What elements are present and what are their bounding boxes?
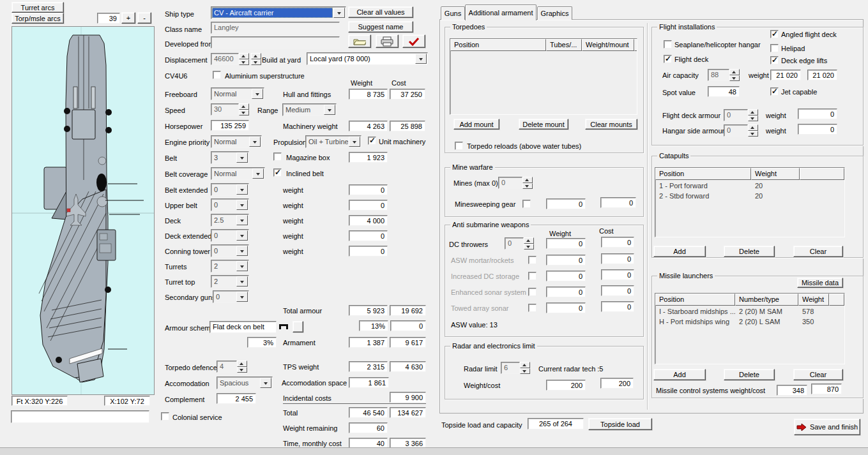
freeboard-dropdown[interactable]: Normal (211, 87, 264, 100)
chevron-down-icon[interactable] (252, 89, 263, 99)
missiles-col-position[interactable]: Position (655, 294, 735, 306)
zoom-level-field[interactable]: 39 (97, 13, 120, 24)
torpedo-reloads-checkbox[interactable] (455, 142, 463, 150)
accomodation-dropdown[interactable]: Spacious (217, 377, 273, 389)
missile-row[interactable]: H - Port midships wing 2 (20) L SAM 350 (655, 316, 844, 326)
speed-input[interactable]: 30 (211, 103, 239, 116)
upper-belt-dropdown[interactable]: 0 (211, 198, 249, 211)
catapults-delete-button[interactable]: Delete (724, 246, 775, 257)
clear-all-values-button[interactable]: Clear all values (348, 6, 413, 18)
belt-extended-dropdown[interactable]: 0 (211, 183, 249, 196)
engine-priority-dropdown[interactable]: Normal (211, 135, 262, 148)
missiles-delete-button[interactable]: Delete (724, 369, 775, 380)
magazine-box-checkbox[interactable] (273, 153, 282, 161)
chevron-down-icon[interactable] (252, 168, 264, 179)
enhanced-sonar-checkbox[interactable] (528, 288, 537, 296)
angled-flight-deck-checkbox[interactable] (770, 30, 779, 38)
torpedoes-col-position[interactable]: Position (450, 39, 546, 51)
torpedoes-col-tubes[interactable]: Tubes/... (546, 39, 582, 51)
chevron-down-icon[interactable] (333, 8, 345, 18)
torp-msle-arcs-button[interactable]: Torp/msle arcs (11, 13, 64, 24)
armour-scheme-field[interactable]: Flat deck on belt (209, 321, 277, 333)
seaplane-hangar-checkbox[interactable] (664, 40, 672, 48)
helipad-checkbox[interactable] (770, 44, 779, 52)
developed-from-input[interactable] (211, 36, 340, 48)
mines-input[interactable]: 0 (498, 177, 522, 189)
displacement-spinner-fine[interactable] (239, 53, 249, 65)
flight-deck-armour-input[interactable]: 0 (724, 109, 748, 121)
missile-row[interactable]: I - Starboard midships ... 2 (20) M SAM … (655, 306, 844, 316)
delete-mount-button[interactable]: Delete mount (519, 119, 568, 130)
chevron-down-icon[interactable] (236, 292, 248, 302)
flight-deck-checkbox[interactable] (664, 55, 672, 63)
load-design-button[interactable] (348, 34, 371, 48)
torpedoes-col-weight[interactable]: Weight/mount (582, 39, 634, 51)
chevron-down-icon[interactable] (236, 276, 248, 287)
belt-dropdown[interactable]: 3 (211, 151, 249, 164)
missile-data-button[interactable]: Missile data (797, 278, 843, 288)
missiles-col-weight[interactable]: Weight (798, 294, 829, 306)
turret-arcs-button[interactable]: Turret arcs (11, 2, 64, 13)
air-capacity-input[interactable]: 88 (708, 69, 729, 81)
ship-drawing-canvas[interactable] (11, 26, 155, 395)
build-at-yard-dropdown[interactable]: Local yard (78 000) (307, 52, 428, 65)
add-mount-button[interactable]: Add mount (453, 119, 499, 130)
chevron-down-icon[interactable] (260, 378, 271, 388)
class-name-input[interactable]: Langley (211, 22, 340, 34)
chevron-down-icon[interactable] (236, 215, 248, 225)
unit-machinery-checkbox[interactable] (368, 137, 376, 145)
catapults-clear-button[interactable]: Clear (793, 246, 843, 257)
chevron-down-icon[interactable] (249, 137, 261, 147)
hangar-side-armour-spinner[interactable] (748, 124, 758, 137)
deck-edge-lifts-checkbox[interactable] (770, 56, 779, 64)
flight-deck-armour-spinner[interactable] (748, 109, 758, 121)
catapult-row[interactable]: 1 - Port forward 20 (655, 180, 844, 190)
towed-array-checkbox[interactable] (528, 304, 537, 312)
chevron-down-icon[interactable] (324, 105, 335, 115)
chevron-down-icon[interactable] (236, 184, 248, 195)
suggest-name-button[interactable]: Suggest name (348, 21, 413, 33)
missiles-col-type[interactable]: Number/type (735, 294, 798, 306)
chevron-down-icon[interactable] (349, 137, 360, 147)
displacement-input[interactable]: 46600 (211, 53, 239, 65)
missiles-clear-button[interactable]: Clear (793, 369, 843, 380)
clear-mounts-button[interactable]: Clear mounts (585, 119, 637, 130)
deck-extended-dropdown[interactable]: 0 (211, 229, 249, 242)
secondary-guns-dropdown[interactable]: 0 (213, 290, 249, 303)
dc-throwers-spinner[interactable] (524, 237, 534, 250)
torpedo-defence-input[interactable]: 4 (217, 361, 237, 373)
propulsion-dropdown[interactable]: Oil + Turbine (305, 135, 362, 148)
minesweeping-gear-checkbox[interactable] (522, 200, 531, 208)
catapults-col-position[interactable]: Position (655, 168, 751, 180)
inclined-belt-checkbox[interactable] (273, 168, 282, 177)
torpedoes-table[interactable]: Position Tubes/... Weight/mount (450, 38, 637, 115)
belt-coverage-dropdown[interactable]: Normal (211, 167, 265, 180)
ship-type-dropdown[interactable]: CV - Aircraft carrier (211, 6, 346, 19)
topside-load-button[interactable]: Topside load (588, 418, 652, 430)
hangar-side-armour-input[interactable]: 0 (724, 124, 748, 137)
armour-scheme-picker-button[interactable] (293, 321, 303, 332)
catapults-add-button[interactable]: Add (653, 246, 706, 257)
aluminium-superstructure-checkbox[interactable] (213, 71, 221, 79)
catapults-table[interactable]: Position Weight 1 - Port forward 20 2 - … (655, 167, 845, 237)
missiles-add-button[interactable]: Add (653, 369, 706, 380)
catapults-col-weight[interactable]: Weight (751, 168, 800, 180)
dc-storage-checkbox[interactable] (528, 272, 537, 280)
tab-additional-armament[interactable]: Additional armament (465, 4, 537, 20)
colonial-service-checkbox[interactable] (161, 412, 169, 421)
chevron-down-icon[interactable] (415, 54, 427, 64)
chevron-down-icon[interactable] (236, 246, 248, 256)
zoom-in-button[interactable]: + (121, 12, 135, 24)
air-capacity-spinner[interactable] (729, 69, 740, 81)
radar-limit-spinner[interactable] (520, 362, 530, 374)
chevron-down-icon[interactable] (236, 153, 248, 163)
chevron-down-icon[interactable] (236, 261, 248, 271)
radar-limit-input[interactable]: 6 (501, 362, 520, 374)
tab-guns[interactable]: Guns (441, 6, 465, 20)
tab-graphics[interactable]: Graphics (537, 6, 572, 20)
speed-spinner[interactable] (239, 103, 249, 116)
conning-tower-dropdown[interactable]: 0 (211, 244, 249, 257)
dc-throwers-input[interactable]: 0 (505, 237, 524, 250)
chevron-down-icon[interactable] (236, 230, 248, 241)
missile-launchers-table[interactable]: Position Number/type Weight I - Starboar… (655, 293, 845, 364)
